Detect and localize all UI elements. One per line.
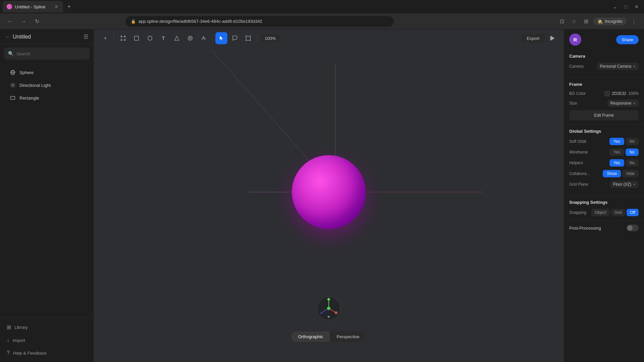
size-dropdown[interactable]: Responsive ▼	[607, 100, 639, 107]
svg-line-8	[11, 83, 11, 83]
library-label: Library	[14, 325, 28, 330]
soft-orbit-no-label: No	[630, 139, 635, 144]
share-button[interactable]: Share	[616, 35, 639, 44]
helpers-toggle: Yes No	[609, 159, 639, 167]
tab-favicon	[7, 4, 12, 9]
post-processing-knob	[627, 225, 633, 231]
minimize-button[interactable]: ⌄	[610, 2, 620, 11]
orthographic-view-button[interactable]: Orthographic	[291, 331, 330, 342]
frame-section: Frame BG Color 2D2E32 100% Size Responsi…	[564, 78, 644, 125]
size-label: Size	[569, 101, 577, 106]
svg-point-3	[12, 84, 13, 86]
export-button[interactable]: Export	[521, 34, 545, 43]
new-tab-button[interactable]: +	[64, 2, 74, 11]
svg-line-9	[14, 87, 15, 87]
svg-point-19	[148, 36, 152, 41]
global-settings-section: Global Settings Soft Orbit Yes No Wirefr…	[564, 125, 644, 196]
menu-icon[interactable]: ☰	[84, 34, 88, 40]
snapping-off-button[interactable]: Off	[627, 209, 639, 216]
perspective-view-button[interactable]: Perspective	[330, 331, 366, 342]
camera-section-title: Camera	[569, 54, 639, 59]
tab-close-button[interactable]: ✕	[54, 4, 59, 9]
layer-item-directional-light[interactable]: Directional Light	[3, 79, 91, 91]
svg-point-16	[121, 40, 122, 41]
back-button[interactable]: ←	[5, 17, 15, 26]
circle-tool-button[interactable]	[144, 32, 156, 44]
sphere-object[interactable]	[292, 155, 366, 229]
active-tab[interactable]: Untitled - Spline ✕	[3, 1, 63, 12]
zoom-display[interactable]: 100%	[261, 35, 279, 42]
comment-tool-button[interactable]	[229, 32, 241, 44]
main-canvas[interactable]: + T	[94, 29, 564, 362]
bg-hex-value: 2D2E32	[612, 91, 626, 96]
svg-rect-12	[11, 97, 15, 100]
light-icon	[9, 82, 16, 88]
wireframe-no-button[interactable]: No	[626, 148, 639, 156]
svg-rect-23	[246, 36, 251, 41]
soft-orbit-no-button[interactable]: No	[626, 138, 639, 145]
svg-line-24	[246, 36, 246, 36]
more-button[interactable]: ⋮	[629, 17, 639, 26]
bg-color-value: 2D2E32 100%	[604, 91, 639, 96]
reload-button[interactable]: ↻	[32, 17, 42, 26]
camera-dropdown[interactable]: Personal Camera ▼	[597, 63, 639, 70]
cursor-tool-button[interactable]	[215, 32, 227, 44]
add-tool-button[interactable]: +	[99, 32, 111, 44]
address-bar: ← → ↻ 🔒 app.spline.design/file/adbfb567-…	[0, 13, 644, 29]
play-button[interactable]	[546, 32, 558, 44]
close-button[interactable]: ✕	[632, 2, 641, 11]
view-toggle: Orthographic Perspective	[291, 331, 366, 342]
edit-frame-button[interactable]: Edit Frame	[569, 110, 639, 120]
camera-prop-row: Camera Personal Camera ▼	[569, 63, 639, 70]
layer-item-rectangle[interactable]: Rectangle	[3, 92, 91, 104]
export-label: Export	[527, 36, 539, 41]
layer-item-sphere[interactable]: Sphere	[3, 66, 91, 78]
search-bar[interactable]: 🔍	[4, 48, 90, 60]
post-processing-toggle[interactable]	[627, 225, 639, 231]
tab-bar: Untitled - Spline ✕ + ⌄ □ ✕	[0, 0, 644, 13]
toolbar-separator	[114, 34, 114, 42]
grid-plane-row: Grid Plane Floor (XZ) ▼	[569, 181, 639, 188]
cone-tool-button[interactable]	[171, 32, 183, 44]
frame-tool-button[interactable]	[242, 32, 254, 44]
helpers-yes-button[interactable]: Yes	[609, 159, 624, 167]
search-input[interactable]	[16, 51, 86, 56]
svg-point-14	[121, 36, 122, 37]
pen-tool-button[interactable]	[198, 32, 210, 44]
extension-icon[interactable]: ⊞	[581, 17, 591, 26]
wireframe-yes-button[interactable]: Yes	[609, 148, 624, 156]
help-item[interactable]: ? Help & Feedback	[0, 347, 94, 359]
incognito-button[interactable]: 🕵 Incognito	[593, 17, 627, 25]
bg-color-swatch[interactable]	[604, 91, 610, 96]
snapping-object-button[interactable]: Object	[591, 209, 610, 216]
box-tool-button[interactable]	[130, 32, 143, 44]
user-avatar[interactable]: R	[569, 34, 581, 46]
text-tool-button[interactable]: T	[157, 32, 169, 44]
cast-icon[interactable]: ⊡	[557, 17, 567, 26]
transform-tool-button[interactable]	[117, 32, 129, 44]
svg-point-21	[188, 36, 193, 41]
svg-marker-28	[551, 36, 554, 41]
viewport-gizmo[interactable]	[315, 295, 342, 322]
grid-plane-value: Floor (XZ)	[613, 182, 631, 187]
grid-plane-dropdown[interactable]: Floor (XZ) ▼	[610, 181, 639, 188]
bg-color-label: BG Color	[569, 91, 586, 96]
torus-tool-button[interactable]	[184, 32, 196, 44]
project-title: Untitled	[13, 34, 31, 40]
soft-orbit-yes-button[interactable]: Yes	[609, 138, 624, 145]
camera-value: Personal Camera	[600, 64, 631, 69]
helpers-no-button[interactable]: No	[626, 159, 639, 167]
snapping-grid-button[interactable]: Grid	[611, 209, 626, 216]
helpers-row: Helpers Yes No	[569, 159, 639, 167]
bookmark-icon[interactable]: ☆	[569, 17, 579, 26]
collabora-show-button[interactable]: Show	[603, 170, 621, 177]
back-arrow-icon[interactable]: ←	[5, 34, 10, 40]
import-item[interactable]: ↓ Import	[0, 334, 94, 347]
maximize-button[interactable]: □	[621, 2, 631, 11]
bg-opacity-value: 100%	[628, 91, 639, 96]
svg-point-15	[124, 36, 125, 37]
forward-button[interactable]: →	[19, 17, 28, 26]
collabora-hide-button[interactable]: Hide	[622, 170, 639, 177]
library-item[interactable]: ⊞ Library	[0, 321, 94, 334]
url-bar[interactable]: 🔒 app.spline.design/file/adbfb567-34e6-4…	[125, 16, 394, 27]
